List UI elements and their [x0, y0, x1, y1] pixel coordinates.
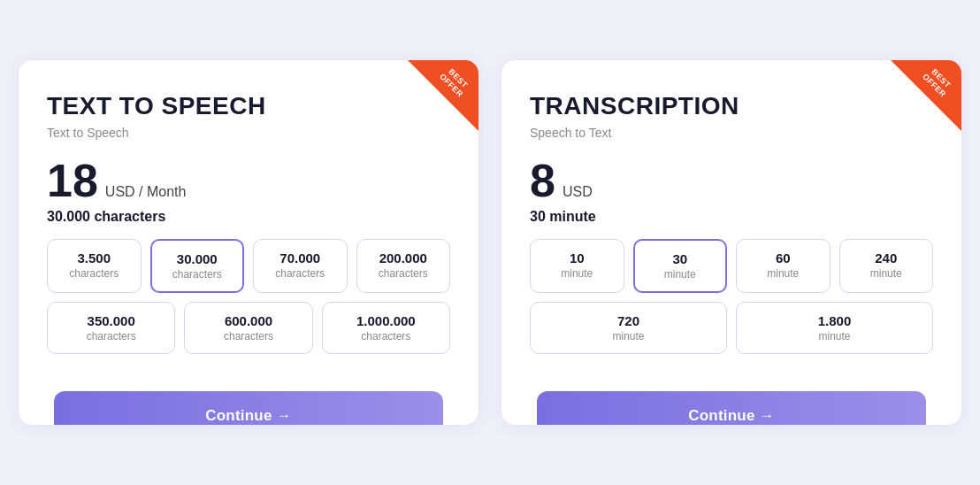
tts-opt-sub-3: characters	[364, 267, 443, 280]
transcription-option-30[interactable]: 30 minute	[633, 239, 728, 293]
tts-opt-main-5: 600.000	[192, 313, 304, 328]
tts-opt-main-2: 70.000	[261, 250, 340, 266]
tts-subtitle: Text to Speech	[47, 126, 450, 140]
tts-option-200000[interactable]: 200.000 characters	[356, 239, 451, 293]
tts-opt-main-1: 30.000	[159, 251, 236, 266]
transcription-option-60[interactable]: 60 minute	[736, 239, 831, 293]
tts-opt-sub-2: characters	[261, 267, 340, 280]
transcription-price-unit: USD	[563, 184, 593, 200]
trans-opt-sub-0: minute	[538, 267, 616, 280]
tts-option-3500[interactable]: 3.500 characters	[47, 239, 142, 293]
tts-continue-button[interactable]: Continue →	[54, 391, 443, 426]
tts-opt-main-0: 3.500	[55, 250, 134, 266]
tts-opt-main-4: 350.000	[55, 313, 167, 328]
tts-price: 18	[47, 158, 98, 204]
transcription-option-10[interactable]: 10 minute	[530, 239, 624, 293]
tts-option-350000[interactable]: 350.000 characters	[47, 302, 175, 354]
trans-opt-sub-1: minute	[642, 268, 719, 281]
transcription-option-1800[interactable]: 1.800 minute	[736, 302, 933, 354]
transcription-options-top: 10 minute 30 minute 60 minute 240 minute	[530, 239, 933, 293]
transcription-continue-button[interactable]: Continue →	[537, 391, 926, 426]
tts-card: BEST OFFER TEXT TO SPEECH Text to Speech…	[18, 59, 479, 426]
tts-price-unit: USD / Month	[105, 184, 187, 200]
transcription-best-offer-badge: BEST OFFER	[891, 60, 961, 131]
transcription-options-bottom: 720 minute 1.800 minute	[530, 302, 933, 354]
transcription-option-720[interactable]: 720 minute	[530, 302, 727, 354]
tts-opt-sub-4: characters	[55, 330, 167, 343]
tts-options-top: 3.500 characters 30.000 characters 70.00…	[47, 239, 450, 293]
tts-option-30000[interactable]: 30.000 characters	[150, 239, 245, 293]
tts-opt-sub-5: characters	[192, 330, 304, 343]
trans-opt-main-1: 30	[642, 251, 719, 266]
tts-option-70000[interactable]: 70.000 characters	[253, 239, 348, 293]
tts-opt-main-6: 1.000.000	[330, 313, 442, 328]
tts-opt-sub-0: characters	[55, 267, 134, 280]
trans-opt-sub-3: minute	[847, 267, 926, 280]
cards-container: BEST OFFER TEXT TO SPEECH Text to Speech…	[18, 59, 962, 426]
transcription-option-240[interactable]: 240 minute	[839, 239, 934, 293]
transcription-subtitle: Speech to Text	[530, 126, 933, 140]
tts-badge-text: BEST OFFER	[433, 60, 478, 104]
trans-opt-main-2: 60	[744, 250, 823, 266]
tts-selected-label: 30.000 characters	[47, 209, 450, 225]
trans-opt-sub-4: minute	[538, 330, 719, 343]
tts-option-1000000[interactable]: 1.000.000 characters	[322, 302, 450, 354]
tts-opt-sub-1: characters	[159, 268, 236, 281]
tts-options-bottom: 350.000 characters 600.000 characters 1.…	[47, 302, 450, 354]
trans-opt-sub-2: minute	[744, 267, 823, 280]
transcription-selected-label: 30 minute	[530, 209, 933, 225]
trans-opt-main-3: 240	[847, 250, 926, 266]
trans-opt-main-5: 1.800	[744, 313, 925, 328]
tts-title: TEXT TO SPEECH	[47, 92, 450, 120]
tts-opt-sub-6: characters	[330, 330, 442, 343]
trans-opt-sub-5: minute	[744, 330, 925, 343]
transcription-badge-text: BEST OFFER	[915, 60, 961, 104]
trans-opt-main-4: 720	[538, 313, 719, 328]
transcription-card: BEST OFFER TRANSCRIPTION Speech to Text …	[501, 59, 962, 426]
tts-opt-main-3: 200.000	[364, 250, 443, 266]
transcription-title: TRANSCRIPTION	[530, 92, 933, 120]
trans-opt-main-0: 10	[538, 250, 616, 266]
transcription-price: 8	[530, 158, 555, 204]
tts-best-offer-badge: BEST OFFER	[408, 60, 479, 131]
tts-option-600000[interactable]: 600.000 characters	[184, 302, 312, 354]
